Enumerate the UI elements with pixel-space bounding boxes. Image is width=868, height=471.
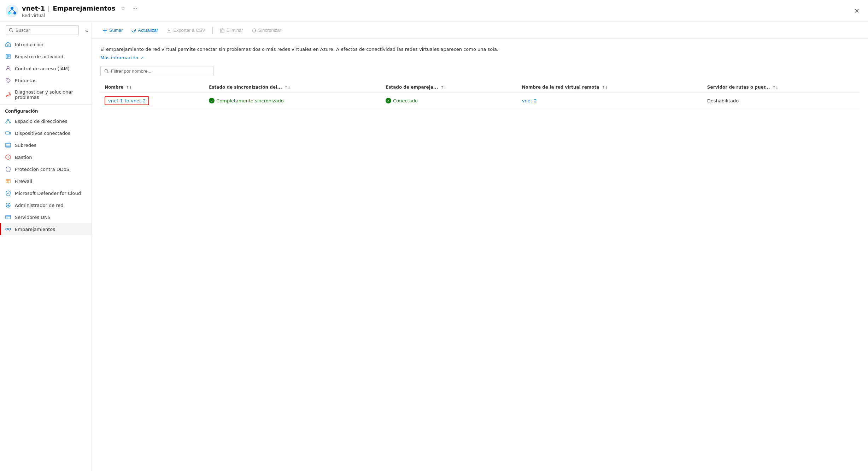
- svg-line-19: [8, 120, 10, 122]
- sidebar-item-dns[interactable]: Servidores DNS: [0, 211, 92, 223]
- svg-point-38: [6, 228, 8, 230]
- svg-line-8: [12, 31, 13, 32]
- tag-icon: [5, 77, 11, 84]
- close-button[interactable]: ✕: [851, 6, 862, 16]
- toolbar-divider: [212, 27, 213, 34]
- sidebar-item-iam[interactable]: Control de acceso (IAM): [0, 62, 92, 74]
- col-sync: Estado de sincronización del... ↑↓: [205, 82, 381, 93]
- main-content: Sumar Actualizar Exportar a CSV Eliminar…: [92, 22, 868, 471]
- content-area: El emparejamiento de red virtual permite…: [92, 39, 868, 116]
- sync-icon: [252, 28, 257, 33]
- search-box[interactable]: [6, 25, 79, 35]
- header-title-group: vnet-1 | Emparejamientos ☆ ··· Red virtu…: [22, 4, 139, 18]
- cell-sync-state: Completamente sincronizado: [205, 93, 381, 109]
- sidebar-item-etiquetas[interactable]: Etiquetas: [0, 74, 92, 87]
- peer-state-value: Conectado: [386, 98, 514, 103]
- sidebar-item-diagnosticar[interactable]: Diagnosticar y solucionar problemas: [0, 87, 92, 103]
- sort-icon-route[interactable]: ↑↓: [773, 85, 779, 89]
- defender-label: Microsoft Defender for Cloud: [15, 191, 81, 196]
- bastion-icon: [5, 154, 11, 160]
- page-title: Emparejamientos: [53, 5, 115, 12]
- filter-box[interactable]: [100, 66, 213, 76]
- sidebar-item-defender[interactable]: Microsoft Defender for Cloud: [0, 187, 92, 199]
- header-title: vnet-1 | Emparejamientos ☆ ···: [22, 4, 139, 13]
- sidebar-item-emparejamientos[interactable]: Emparejamientos: [0, 223, 92, 235]
- filter-input[interactable]: [111, 68, 210, 74]
- svg-point-14: [7, 79, 8, 80]
- main-layout: « Introducción Registro de actividad Con…: [0, 22, 868, 471]
- diagnosticar-label: Diagnosticar y solucionar problemas: [15, 89, 87, 100]
- ddos-label: Protección contra DDoS: [15, 167, 69, 172]
- sort-icon-peer[interactable]: ↑↓: [441, 85, 447, 89]
- info-text: El emparejamiento de red virtual permite…: [100, 46, 860, 53]
- sort-icon-sync[interactable]: ↑↓: [285, 85, 291, 89]
- col-remote-vnet: Nombre de la red virtual remota ↑↓: [518, 82, 703, 93]
- dns-label: Servidores DNS: [15, 215, 51, 220]
- sidebar-item-ddos[interactable]: Protección contra DDoS: [0, 163, 92, 175]
- registro-label: Registro de actividad: [15, 54, 63, 59]
- sort-icon-remote[interactable]: ↑↓: [602, 85, 608, 89]
- actualizar-button[interactable]: Actualizar: [128, 25, 162, 35]
- toolbar: Sumar Actualizar Exportar a CSV Eliminar…: [92, 22, 868, 39]
- shield-icon: [5, 166, 11, 172]
- collapse-button[interactable]: «: [83, 27, 90, 34]
- svg-rect-25: [6, 179, 10, 183]
- etiquetas-label: Etiquetas: [15, 78, 36, 83]
- more-options-button[interactable]: ···: [130, 4, 139, 13]
- more-info-link[interactable]: Más información: [100, 55, 138, 60]
- resource-name: vnet-1: [22, 5, 45, 12]
- peerings-table: Nombre ↑↓ Estado de sincronización del..…: [100, 82, 860, 109]
- sumar-label: Sumar: [109, 28, 123, 33]
- exportar-label: Exportar a CSV: [173, 28, 205, 33]
- exportar-button[interactable]: Exportar a CSV: [163, 25, 209, 35]
- sidebar-item-espacio[interactable]: Espacio de direcciones: [0, 115, 92, 127]
- sidebar-item-firewall[interactable]: Firewall: [0, 175, 92, 187]
- dns-icon: [5, 214, 11, 220]
- table-row: vnet-1-to-vnet-2 Completamente sincroniz…: [100, 93, 860, 109]
- bastion-label: Bastion: [15, 155, 32, 160]
- peering-name-link[interactable]: vnet-1-to-vnet-2: [108, 98, 146, 103]
- sync-state-value: Completamente sincronizado: [209, 98, 377, 103]
- svg-point-13: [7, 66, 9, 68]
- eliminar-label: Eliminar: [227, 28, 243, 33]
- sumar-button[interactable]: Sumar: [99, 25, 126, 35]
- cell-remote-vnet: vnet-2: [518, 93, 703, 109]
- favorite-button[interactable]: ☆: [118, 4, 128, 13]
- sort-icon-nombre[interactable]: ↑↓: [126, 85, 132, 89]
- wrench-icon: [5, 91, 11, 98]
- network-admin-icon: [5, 202, 11, 208]
- introduccion-label: Introducción: [15, 42, 43, 47]
- admin-red-label: Administrador de red: [15, 203, 64, 208]
- subnet-icon: [5, 142, 11, 148]
- svg-point-1: [11, 7, 13, 10]
- filter-search-icon: [104, 69, 109, 73]
- sidebar-item-subredes[interactable]: Subredes: [0, 139, 92, 151]
- svg-point-30: [7, 204, 9, 206]
- user-icon: [5, 65, 11, 72]
- firewall-label: Firewall: [15, 179, 32, 184]
- sidebar-item-bastion[interactable]: Bastion: [0, 151, 92, 163]
- remote-vnet-link[interactable]: vnet-2: [522, 98, 537, 103]
- sidebar-item-introduccion[interactable]: Introducción: [0, 38, 92, 50]
- table-header-row: Nombre ↑↓ Estado de sincronización del..…: [100, 82, 860, 93]
- dispositivos-label: Dispositivos conectados: [15, 131, 70, 136]
- plus-icon: [102, 28, 107, 33]
- sidebar-item-registro[interactable]: Registro de actividad: [0, 50, 92, 62]
- svg-point-15: [7, 119, 9, 120]
- eliminar-button[interactable]: Eliminar: [216, 25, 247, 35]
- home-icon: [5, 41, 11, 48]
- sidebar-item-dispositivos[interactable]: Dispositivos conectados: [0, 127, 92, 139]
- sincronizar-label: Sincronizar: [258, 28, 281, 33]
- vnet-logo: [6, 5, 18, 17]
- export-icon: [166, 28, 171, 33]
- sincronizar-button[interactable]: Sincronizar: [248, 25, 285, 35]
- cell-peer-state: Conectado: [381, 93, 518, 109]
- search-input[interactable]: [16, 28, 76, 33]
- header: vnet-1 | Emparejamientos ☆ ··· Red virtu…: [0, 0, 868, 22]
- devices-icon: [5, 130, 11, 136]
- defender-icon: [5, 190, 11, 196]
- config-section-header: Configuración: [0, 104, 92, 115]
- header-subtitle: Red virtual: [22, 13, 139, 18]
- sidebar-item-admin-red[interactable]: Administrador de red: [0, 199, 92, 211]
- iam-label: Control de acceso (IAM): [15, 66, 70, 71]
